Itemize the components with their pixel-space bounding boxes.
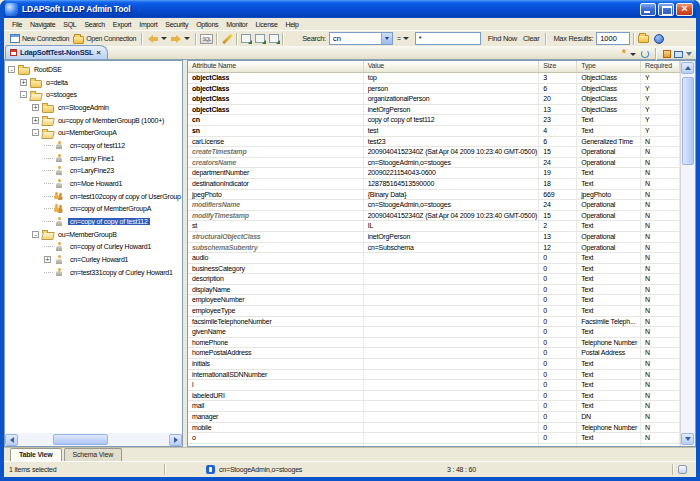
new-connection-button[interactable]: New Connection bbox=[8, 33, 71, 44]
table-row[interactable]: modifyTimestamp20090404152340Z (Sat Apr … bbox=[188, 211, 680, 222]
table-row[interactable]: l0TextN bbox=[188, 380, 680, 391]
scroll-right-icon[interactable] bbox=[169, 434, 182, 446]
table-row[interactable]: objectClassorganizationalPerson20ObjectC… bbox=[188, 94, 680, 105]
folder-icon[interactable] bbox=[638, 35, 649, 43]
combo-drop-icon[interactable] bbox=[381, 33, 392, 44]
chevron-down-icon[interactable] bbox=[686, 52, 692, 56]
menu-export[interactable]: Export bbox=[109, 20, 135, 29]
tree-item[interactable]: cn=test331copy of Curley Howard1 bbox=[5, 266, 182, 279]
tree-item[interactable]: +o=delta bbox=[5, 76, 182, 89]
refresh-icon[interactable] bbox=[641, 50, 649, 58]
menu-file[interactable]: File bbox=[8, 20, 26, 29]
back-button[interactable] bbox=[146, 34, 160, 44]
export-icon-2[interactable] bbox=[255, 34, 265, 43]
tree-item[interactable]: +ou=copy of MemberGroupB (1000+) bbox=[5, 114, 182, 127]
column-header-required[interactable]: Required bbox=[641, 61, 680, 72]
minimize-button[interactable] bbox=[640, 3, 656, 16]
table-row[interactable]: labeledURI0TextN bbox=[188, 391, 680, 402]
help-icon[interactable] bbox=[654, 34, 664, 44]
maximize-button[interactable] bbox=[658, 3, 674, 16]
tab-schema-view[interactable]: Schema View bbox=[64, 448, 122, 461]
tree-horizontal-scrollbar[interactable] bbox=[5, 433, 182, 446]
forward-button[interactable] bbox=[169, 34, 183, 44]
table-vertical-scrollbar[interactable] bbox=[680, 61, 695, 446]
table-row[interactable]: modifiersNamecn=StoogeAdmin,o=stooges24O… bbox=[188, 200, 680, 211]
tab-close-icon[interactable]: × bbox=[96, 49, 100, 56]
tree-item[interactable]: cn=copy of test112 bbox=[5, 139, 182, 152]
tree-item[interactable]: cn=copy of MemberGroupA bbox=[5, 203, 182, 216]
menu-security[interactable]: Security bbox=[161, 20, 192, 29]
tree-item[interactable]: cn=Moe Howard1 bbox=[5, 177, 182, 190]
table-row[interactable]: givenName0TextN bbox=[188, 327, 680, 338]
table-row[interactable]: stIL2TextN bbox=[188, 221, 680, 232]
tree-item[interactable]: cn=copy of copy of test112 bbox=[5, 215, 182, 228]
collapse-icon[interactable]: - bbox=[32, 129, 39, 136]
table-row[interactable]: mobile0Telephone NumberN bbox=[188, 423, 680, 434]
tree-item[interactable]: cn=test102copy of copy of UserGroup bbox=[5, 190, 182, 203]
table-row[interactable]: cncopy of copy of test11223TextY bbox=[188, 115, 680, 126]
menu-license[interactable]: License bbox=[251, 20, 281, 29]
tree-item[interactable]: +cn=StoogeAdmin bbox=[5, 101, 182, 114]
tree-item[interactable]: -RootDSE bbox=[5, 63, 182, 76]
column-header-size[interactable]: Size bbox=[539, 61, 577, 72]
table-row[interactable]: carLicensetest236Generalized TimeN bbox=[188, 137, 680, 148]
collapse-icon[interactable]: - bbox=[8, 66, 15, 73]
export-icon-3[interactable] bbox=[269, 34, 279, 43]
scroll-thumb[interactable] bbox=[53, 434, 108, 445]
table-row[interactable]: ou0TextN bbox=[188, 444, 680, 446]
back-dropdown-icon[interactable] bbox=[161, 37, 167, 40]
open-connection-button[interactable]: Open Connection bbox=[71, 33, 138, 45]
expand-icon[interactable]: + bbox=[32, 104, 39, 111]
expand-icon[interactable]: + bbox=[32, 117, 39, 124]
table-row[interactable]: objectClassinetOrgPerson13ObjectClassY bbox=[188, 105, 680, 116]
table-row[interactable]: mail0TextN bbox=[188, 401, 680, 412]
search-field-combo[interactable]: cn bbox=[329, 32, 393, 45]
collapse-icon[interactable]: - bbox=[20, 91, 27, 98]
menu-navigate[interactable]: Navigate bbox=[26, 20, 59, 29]
collapse-icon[interactable]: - bbox=[32, 231, 39, 238]
tree-item[interactable]: -o=stooges bbox=[5, 88, 182, 101]
menu-options[interactable]: Options bbox=[192, 20, 222, 29]
table-row[interactable]: createTimestamp20090404152340Z (Sat Apr … bbox=[188, 147, 680, 158]
tree-item[interactable]: cn=Larry Fine1 bbox=[5, 152, 182, 165]
tree-item[interactable]: cn=copy of Curley Howard1 bbox=[5, 241, 182, 254]
table-row[interactable]: homePostalAddress0Postal AddressN bbox=[188, 348, 680, 359]
view-icon[interactable] bbox=[674, 51, 683, 58]
scroll-up-icon[interactable] bbox=[681, 62, 694, 74]
max-results-input[interactable]: 1000 bbox=[596, 32, 630, 45]
table-row[interactable]: homePhone0Telephone NumberN bbox=[188, 338, 680, 349]
sql-query-icon[interactable]: SQL bbox=[200, 34, 213, 44]
table-row[interactable]: destinationIndicator12878516451359000018… bbox=[188, 179, 680, 190]
table-row[interactable]: creatorsNamecn=StoogeAdmin,o=stooges24Op… bbox=[188, 158, 680, 169]
connection-tab[interactable]: LdapSoftTest-NonSSL × bbox=[5, 45, 108, 59]
column-header-value[interactable]: Value bbox=[364, 61, 540, 72]
export-icon-1[interactable] bbox=[241, 34, 251, 43]
table-row[interactable]: sntest4TextY bbox=[188, 126, 680, 137]
tree-item[interactable]: cn=LaryFine23 bbox=[5, 165, 182, 178]
table-row[interactable]: description0TextN bbox=[188, 274, 680, 285]
scroll-down-icon[interactable] bbox=[681, 433, 694, 445]
table-row[interactable]: initials0TextN bbox=[188, 359, 680, 370]
expand-icon[interactable]: + bbox=[20, 79, 27, 86]
table-row[interactable]: facsimileTelephoneNumber0Facsimile Telep… bbox=[188, 317, 680, 328]
expand-icon[interactable]: + bbox=[44, 256, 51, 263]
close-button[interactable] bbox=[676, 3, 693, 16]
menu-search[interactable]: Search bbox=[80, 20, 108, 29]
edit-icon[interactable] bbox=[221, 33, 233, 45]
column-header-attribute-name[interactable]: Attribute Name bbox=[188, 61, 364, 72]
table-row[interactable]: subschemaSubentrycn=Subschema12Operation… bbox=[188, 243, 680, 254]
new-entry-drop-icon[interactable] bbox=[630, 53, 636, 56]
table-row[interactable]: o0TextN bbox=[188, 433, 680, 444]
forward-dropdown-icon[interactable] bbox=[184, 37, 190, 40]
column-header-type[interactable]: Type bbox=[577, 61, 641, 72]
operator-drop-icon[interactable] bbox=[403, 37, 409, 40]
table-row[interactable]: internationalISDNNumber0TextN bbox=[188, 370, 680, 381]
tab-table-view[interactable]: Table View bbox=[10, 448, 62, 461]
scroll-left-icon[interactable] bbox=[5, 434, 18, 446]
table-row[interactable]: businessCategory0TextN bbox=[188, 264, 680, 275]
table-row[interactable]: departmentNumber20090221154043-060019Tex… bbox=[188, 168, 680, 179]
menu-import[interactable]: Import bbox=[135, 20, 161, 29]
new-entry-icon[interactable]: * bbox=[622, 50, 626, 58]
status-grip-icon[interactable] bbox=[678, 465, 687, 474]
table-row[interactable]: employeeType0TextN bbox=[188, 306, 680, 317]
